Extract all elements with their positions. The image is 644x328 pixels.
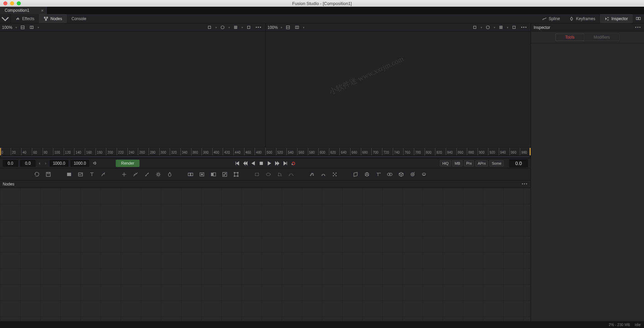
viewer-right-single-button[interactable] <box>511 24 518 30</box>
blur-tool-icon[interactable] <box>166 171 173 178</box>
inspector-modifiers-tab[interactable]: Modifiers <box>584 34 620 41</box>
step-forward-button[interactable]: › <box>44 161 48 166</box>
viewer-right-fit-button[interactable] <box>284 24 291 30</box>
bspline-mask-icon[interactable] <box>288 171 294 178</box>
svg-point-49 <box>412 174 413 175</box>
text-tool-icon[interactable] <box>89 171 95 178</box>
viewer-left-options-button[interactable]: ••• <box>254 24 263 31</box>
ruler-tick: 920 <box>488 148 495 155</box>
inspector-label: Inspector <box>611 16 628 21</box>
step-back-button[interactable]: ‹ <box>38 161 42 166</box>
svg-point-43 <box>333 175 334 176</box>
tracker-tool-icon[interactable] <box>121 171 127 178</box>
timeline-out-marker[interactable] <box>530 148 531 155</box>
fast-forward-button[interactable] <box>275 161 280 166</box>
aprx-button[interactable]: APrx <box>475 160 488 166</box>
mb-button[interactable]: MB <box>452 160 463 166</box>
close-tab-button[interactable]: × <box>41 8 44 13</box>
status-state: Idle <box>635 323 641 327</box>
viewer-left-fit-button[interactable] <box>19 24 26 30</box>
watermark-text: 小软件迷 www.xxrjm.com <box>327 54 405 97</box>
console-tab[interactable]: Console <box>67 14 91 23</box>
viewer-left-color-button[interactable] <box>219 24 226 30</box>
keyframes-tab[interactable]: Keyframes <box>565 14 600 23</box>
render-button[interactable]: Render <box>116 160 140 167</box>
viewer-right-zoom[interactable]: 100% <box>268 25 279 30</box>
loop-button[interactable] <box>291 161 296 166</box>
play-reverse-button[interactable] <box>251 161 256 166</box>
effects-tab[interactable]: Effects <box>11 14 39 23</box>
viewer-right-roi-button[interactable] <box>471 24 478 30</box>
go-last-button[interactable] <box>283 161 288 166</box>
inspector-options-button[interactable]: ••• <box>635 25 641 30</box>
text3d-tool-icon[interactable] <box>375 171 382 178</box>
nodes-tab[interactable]: Nodes <box>39 14 67 23</box>
channelbool-tool-icon[interactable] <box>210 171 217 178</box>
hiq-button[interactable]: HiQ <box>440 160 451 166</box>
layout-dropdown-button[interactable] <box>0 14 11 23</box>
colorcorrect-tool-icon[interactable] <box>144 171 150 178</box>
fastnoise-tool-icon[interactable] <box>77 171 84 178</box>
camera3d-tool-icon[interactable] <box>409 171 416 178</box>
node-graph[interactable] <box>0 188 531 321</box>
shape3d-tool-icon[interactable] <box>364 171 370 178</box>
svg-point-40 <box>313 173 313 174</box>
stop-button[interactable] <box>259 161 264 166</box>
rewind-button[interactable] <box>243 161 248 166</box>
render-start-field[interactable]: 0.0 <box>20 160 36 167</box>
pemitter-tool-icon[interactable] <box>331 171 338 178</box>
viewer-left-zoom[interactable]: 100% <box>2 25 13 30</box>
particles-tool-icon[interactable] <box>309 171 315 178</box>
hue-tool-icon[interactable] <box>155 171 162 178</box>
saver-tool-icon[interactable] <box>45 171 52 178</box>
ellipse-mask-icon[interactable] <box>265 171 272 178</box>
ruler-tick: 880 <box>467 148 474 155</box>
some-button[interactable]: Some <box>489 160 504 166</box>
spline-tab[interactable]: Spline <box>537 14 565 23</box>
prx-button[interactable]: Prx <box>464 160 474 166</box>
loader-tool-icon[interactable] <box>34 171 40 178</box>
go-first-button[interactable] <box>235 161 239 166</box>
resize-tool-icon[interactable] <box>221 171 228 178</box>
light-tool-icon[interactable] <box>421 171 427 178</box>
viewer-left-single-button[interactable] <box>245 24 252 30</box>
matte-tool-icon[interactable] <box>199 171 205 178</box>
inspector-tools-tab[interactable]: Tools <box>555 34 584 41</box>
background-tool-icon[interactable] <box>66 171 72 178</box>
transform-tool-icon[interactable] <box>233 171 239 178</box>
renderer3d-tool-icon[interactable] <box>398 171 405 178</box>
viewer-left-grid-button[interactable] <box>232 24 239 30</box>
timeline-scrollbar[interactable] <box>0 156 531 158</box>
ruler-tick: 200 <box>106 148 113 155</box>
imageplane3d-tool-icon[interactable] <box>352 171 359 178</box>
merge-tool-icon[interactable] <box>187 171 194 178</box>
viewer-left-split-button[interactable] <box>28 24 35 30</box>
render-end-field[interactable]: 1000.0 <box>50 160 68 167</box>
audio-button[interactable] <box>91 160 98 166</box>
viewer-right-split-button[interactable] <box>293 24 301 30</box>
viewer-right-canvas[interactable]: 小软件迷 www.xxrjm.com <box>266 32 531 147</box>
viewer-left-canvas[interactable] <box>0 32 265 147</box>
paint-tool-icon[interactable] <box>100 171 107 178</box>
composition-tab[interactable]: Composition1 × <box>0 7 47 14</box>
viewer-left-roi-button[interactable] <box>206 24 213 30</box>
brightness-tool-icon[interactable] <box>132 171 139 178</box>
inspector-tab[interactable]: Inspector <box>600 14 633 23</box>
current-time-field[interactable]: 0.0 <box>509 159 528 167</box>
viewer-right-options-button[interactable]: ••• <box>520 24 529 31</box>
rectangle-mask-icon[interactable] <box>254 171 260 178</box>
nodes-panel-options-button[interactable]: ••• <box>522 182 528 186</box>
close-window-button[interactable] <box>3 1 7 5</box>
global-out-field[interactable]: 1000.0 <box>70 160 89 167</box>
merge3d-tool-icon[interactable] <box>386 171 393 178</box>
global-in-field[interactable]: 0.0 <box>3 160 18 167</box>
zoom-window-button[interactable] <box>17 1 21 5</box>
prender-tool-icon[interactable] <box>320 171 327 178</box>
play-button[interactable] <box>267 161 272 166</box>
viewer-right-grid-button[interactable] <box>497 24 504 30</box>
dual-monitor-button[interactable] <box>633 14 644 23</box>
minimize-window-button[interactable] <box>10 1 14 5</box>
polygon-mask-icon[interactable] <box>276 171 283 178</box>
viewer-right-color-button[interactable] <box>484 24 491 30</box>
timeline-ruler[interactable]: 0204060801001201401601802002202402602803… <box>0 148 531 156</box>
